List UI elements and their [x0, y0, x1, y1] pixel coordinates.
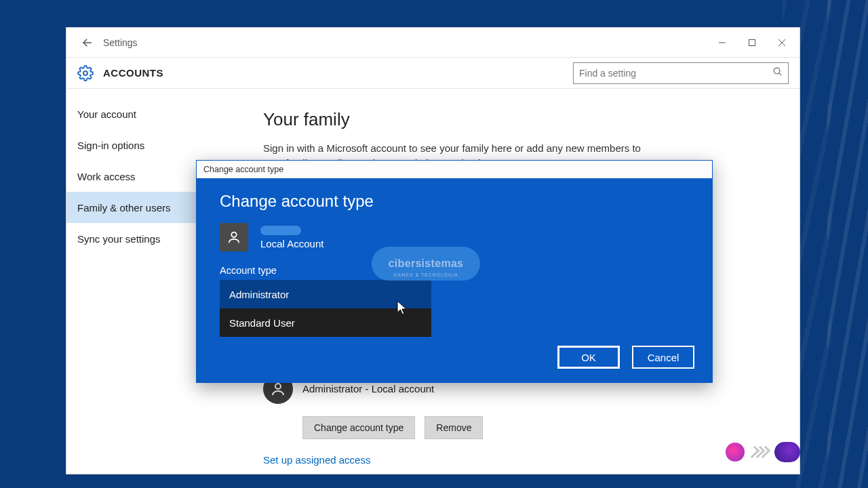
- page-heading: Your family: [263, 109, 776, 130]
- close-icon: [778, 39, 786, 47]
- window-controls: [707, 33, 797, 53]
- account-info: Local Account: [260, 226, 323, 249]
- svg-point-5: [83, 71, 87, 75]
- person-icon: [226, 230, 241, 245]
- sidebar-item-label: Your account: [77, 108, 136, 120]
- option-label: Administrator: [229, 289, 289, 300]
- sidebar-item-label: Sync your settings: [77, 233, 161, 245]
- sidebar-item-sign-in-options[interactable]: Sign-in options: [66, 129, 263, 161]
- dialog-titlebar-text: Change account type: [203, 165, 283, 174]
- cancel-button[interactable]: Cancel: [632, 346, 694, 369]
- svg-line-7: [779, 73, 781, 75]
- dialog-heading: Change account type: [220, 192, 689, 211]
- sidebar-item-your-account[interactable]: Your account: [66, 98, 263, 129]
- maximize-button[interactable]: [737, 33, 767, 53]
- sidebar-item-label: Work access: [77, 171, 136, 182]
- ok-button[interactable]: OK: [557, 346, 620, 369]
- desktop-decoration: [827, 0, 868, 488]
- assigned-access-link[interactable]: Set up assigned access: [263, 454, 776, 466]
- maximize-icon: [748, 39, 756, 47]
- account-name-redacted: [260, 226, 301, 235]
- dialog-actions: OK Cancel: [557, 346, 694, 369]
- search-input[interactable]: [579, 68, 772, 79]
- change-account-type-dialog: Change account type Change account type …: [196, 160, 713, 383]
- back-button[interactable]: [76, 31, 99, 54]
- dialog-body: Change account type Local Account Accoun…: [197, 180, 712, 337]
- search-icon: [772, 66, 783, 79]
- minimize-button[interactable]: [707, 33, 737, 53]
- remove-button[interactable]: Remove: [425, 416, 483, 439]
- option-administrator[interactable]: Administrator: [220, 280, 431, 308]
- sidebar-item-label: Sign-in options: [77, 140, 144, 151]
- change-account-type-button[interactable]: Change account type: [302, 416, 415, 439]
- search-box[interactable]: [573, 62, 789, 84]
- svg-point-6: [774, 68, 780, 74]
- account-avatar: [220, 223, 248, 251]
- header: ACCOUNTS: [66, 58, 800, 89]
- svg-rect-2: [749, 39, 755, 45]
- section-title: ACCOUNTS: [103, 67, 163, 79]
- svg-point-8: [275, 384, 281, 389]
- dialog-titlebar: Change account type: [197, 161, 712, 180]
- titlebar: Settings: [66, 28, 800, 58]
- account-type-label: Account type: [220, 265, 689, 276]
- user-actions: Change account type Remove: [302, 416, 776, 439]
- close-button[interactable]: [767, 33, 797, 53]
- svg-point-9: [231, 232, 236, 237]
- user-role-line: Administrator - Local account: [302, 383, 434, 394]
- gear-icon: [77, 65, 94, 81]
- sidebar-item-label: Family & other users: [77, 202, 171, 214]
- account-subtitle: Local Account: [260, 238, 323, 249]
- person-icon: [270, 381, 286, 397]
- minimize-icon: [718, 39, 726, 47]
- window-title: Settings: [103, 37, 138, 48]
- option-standard-user[interactable]: Standard User: [220, 308, 431, 337]
- account-row: Local Account: [220, 223, 689, 251]
- option-label: Standard User: [229, 317, 295, 329]
- account-type-dropdown[interactable]: Administrator Standard User: [220, 280, 431, 337]
- arrow-left-icon: [81, 37, 94, 49]
